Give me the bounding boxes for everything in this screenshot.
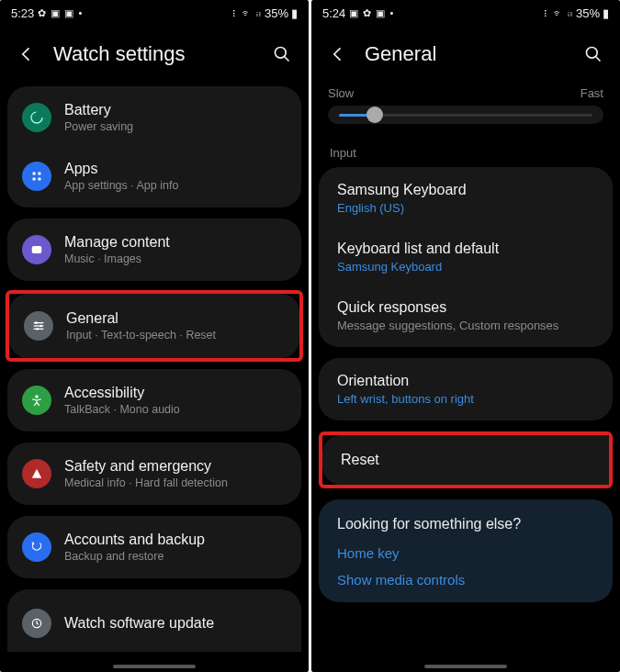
svg-line-1 [285,57,289,62]
item-orientation[interactable]: Orientation Left wrist, buttons on right [319,360,613,419]
item-sub: Power saving [64,120,287,133]
suggestion-home-key[interactable]: Home key [337,545,594,561]
item-sub: Backup and restore [64,550,287,563]
phone-right: 5:24 ▣ ✿ ▣ • ⋮ ᯤ ᵢₗ 35% ▮ General Slow F… [311,0,620,672]
status-system-icons: ⋮ ᯤ ᵢₗ [231,7,262,19]
search-icon [273,45,291,63]
svg-point-6 [38,177,41,181]
back-button[interactable] [328,44,348,64]
page-title: General [365,42,567,66]
search-icon [584,45,603,63]
search-button[interactable] [583,44,603,64]
item-reset[interactable]: Reset [322,435,609,485]
svg-point-11 [35,321,38,324]
item-manage-content[interactable]: Manage content Music · Images [7,220,301,279]
svg-line-17 [596,57,601,62]
item-title: Watch software update [64,615,287,632]
content-icon [22,235,51,264]
status-battery: 35% [576,6,600,20]
suggestion-media-controls[interactable]: Show media controls [337,572,594,588]
safety-icon [22,459,51,488]
item-backup[interactable]: Accounts and backup Backup and restore [7,518,301,577]
item-quick-responses[interactable]: Quick responses Message suggestions, Cus… [319,286,613,345]
item-title: Keyboard list and default [337,241,594,257]
status-right: ⋮ ᯤ ᵢₗ 35% ▮ [543,6,609,20]
battery-icon [22,103,51,132]
item-title: Samsung Keyboard [337,182,594,198]
card-group-3: General Input · Text-to-speech · Reset [9,294,299,358]
item-sub: Music · Images [64,252,287,265]
item-text: Apps App settings · App info [64,161,287,192]
item-title: Quick responses [337,299,594,316]
status-notif-icons: ✿ ▣ ▣ • [38,7,83,19]
item-text: Accounts and backup Backup and restore [64,532,287,563]
item-general[interactable]: General Input · Text-to-speech · Reset [9,296,299,356]
item-title: Accounts and backup [64,532,287,548]
item-safety[interactable]: Safety and emergency Medical info · Hard… [7,444,301,503]
item-sub: TalkBack · Mono audio [64,403,287,416]
item-title: Manage content [64,234,287,251]
speed-slider-area: Slow Fast [311,86,620,137]
card-group-5: Accounts and backup Backup and restore [7,516,301,578]
status-system-icons: ⋮ ᯤ ᵢₗ [543,7,573,19]
section-input-label: Input [311,137,620,167]
item-accessibility[interactable]: Accessibility TalkBack · Mono audio [7,371,301,430]
phone-left: 5:23 ✿ ▣ ▣ • ⋮ ᯤ ᵢₗ 35% ▮ Watch settings… [0,0,309,672]
status-right: ⋮ ᯤ ᵢₗ 35% ▮ [231,6,298,20]
status-time: 5:24 [322,6,345,20]
svg-point-2 [31,112,42,123]
chevron-left-icon [329,45,347,63]
item-sub: Input · Text-to-speech · Reset [66,329,285,342]
item-title: General [66,310,285,327]
item-text: Safety and emergency Medical info · Hard… [64,458,287,489]
item-text: Accessibility TalkBack · Mono audio [64,385,287,416]
item-text: Battery Power saving [64,102,287,133]
item-title: Battery [64,102,287,118]
item-sub: Message suggestions, Custom responses [337,319,594,332]
nav-pill[interactable] [113,665,196,668]
item-samsung-keyboard[interactable]: Samsung Keyboard English (US) [319,169,613,228]
speed-slider[interactable] [328,106,603,124]
item-text: General Input · Text-to-speech · Reset [66,310,285,342]
update-icon [22,609,51,638]
item-title: Orientation [337,373,594,389]
page-header: Watch settings [0,26,309,86]
status-bar: 5:24 ▣ ✿ ▣ • ⋮ ᯤ ᵢₗ 35% ▮ [311,0,620,26]
item-keyboard-list[interactable]: Keyboard list and default Samsung Keyboa… [319,228,613,286]
svg-point-12 [39,325,42,328]
search-button[interactable] [272,44,292,64]
backup-icon [22,532,51,562]
item-apps[interactable]: Apps App settings · App info [7,147,301,206]
item-battery[interactable]: Battery Power saving [7,88,301,147]
card-group-1: Battery Power saving Apps App settings ·… [7,86,301,207]
suggestions-title: Looking for something else? [337,516,594,532]
suggestions-card: Looking for something else? Home key Sho… [319,499,613,602]
svg-point-14 [35,395,39,398]
svg-point-0 [276,48,287,59]
slider-thumb[interactable] [366,106,383,123]
card-group-2: Manage content Music · Images [7,218,301,281]
highlight-reset: Reset [319,431,613,488]
page-title: Watch settings [53,42,255,66]
slider-fast-label: Fast [581,86,603,100]
slider-labels: Slow Fast [328,86,603,100]
reset-wrap: Reset [319,431,613,488]
svg-point-16 [587,48,598,59]
back-button[interactable] [17,44,37,64]
item-text: Manage content Music · Images [64,234,287,265]
page-header: General [311,26,620,86]
status-notif-icons: ▣ ✿ ▣ • [349,7,394,19]
card-group-6: Watch software update [7,589,301,652]
item-sub: App settings · App info [64,179,287,192]
accessibility-icon [22,386,51,415]
apps-icon [22,162,51,191]
status-time: 5:23 [11,6,34,20]
slider-line [339,114,592,117]
settings-list: Battery Power saving Apps App settings ·… [0,86,309,672]
item-title: Safety and emergency [64,458,287,475]
nav-pill[interactable] [424,665,507,668]
card-orientation: Orientation Left wrist, buttons on right [319,358,613,420]
item-update[interactable]: Watch software update [7,591,301,650]
item-title: Accessibility [64,385,287,401]
item-sub: English (US) [337,201,594,215]
